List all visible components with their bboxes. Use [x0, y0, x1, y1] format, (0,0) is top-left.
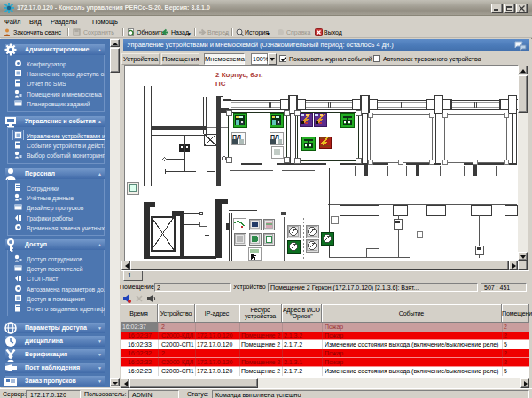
svg-text:ПЛ: ПЛ: [270, 134, 279, 140]
svg-text:ПС: ПС: [215, 80, 226, 88]
svg-text:ПЛ: ПЛ: [232, 134, 241, 140]
svg-text:2 Корпус, 6эт.: 2 Корпус, 6эт.: [215, 71, 263, 79]
